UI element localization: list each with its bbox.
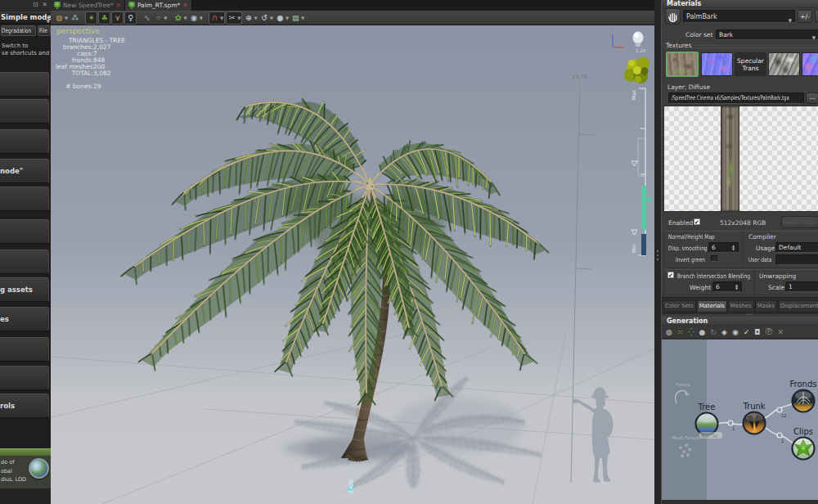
- simple-mode-dropdown[interactable]: Simple mode▼: [0, 11, 51, 24]
- branch-v-button[interactable]: ⋎: [111, 11, 124, 25]
- layers-button[interactable]: ▤▼: [290, 11, 305, 25]
- tab-degradation[interactable]: Degradation: [1, 25, 36, 36]
- node-fronds[interactable]: [793, 390, 815, 412]
- disp-smoothing-spinner[interactable]: 6 ▲▼: [708, 242, 739, 253]
- material-hand-button[interactable]: [665, 8, 681, 25]
- tree-wire-button[interactable]: ♀: [124, 11, 137, 25]
- scale-field[interactable]: 1: [785, 281, 818, 292]
- sidebar-group-bar[interactable]: [0, 99, 49, 124]
- texture-thumb-height[interactable]: [768, 52, 800, 76]
- leaf-star-button[interactable]: ✶: [85, 11, 97, 25]
- sidebar-group-bar[interactable]: g assets: [0, 277, 49, 302]
- spinner-arrows-icon[interactable]: ▲▼: [730, 245, 736, 252]
- float-icon[interactable]: ⊡: [33, 1, 39, 8]
- chevron-down-icon[interactable]: ▼: [183, 16, 187, 20]
- panel-tab-materials[interactable]: Materials: [697, 300, 727, 313]
- sidebar-bottom: [0, 488, 51, 504]
- material-extra-button[interactable]: [815, 10, 818, 23]
- gen-dots-green-icon[interactable]: ⁛: [688, 328, 694, 336]
- user-data-field[interactable]: [775, 254, 818, 265]
- panel-tab-displacements[interactable]: Displacements: [778, 300, 818, 313]
- sphere-button[interactable]: ●▼: [275, 11, 290, 25]
- color-set-select[interactable]: Bark ▼: [716, 29, 818, 40]
- browse-button[interactable]: ...: [806, 92, 818, 104]
- bib-checkbox[interactable]: ✔: [667, 272, 674, 278]
- generation-node-graph[interactable]: ForcesMesh Forces1122TreeTrunkFrondsClip…: [662, 340, 818, 500]
- panel-tab-meshes[interactable]: Meshes: [728, 300, 754, 313]
- gen-delete-icon[interactable]: ✕: [777, 328, 784, 336]
- gen-check-icon[interactable]: ✓: [744, 328, 750, 336]
- viewport-3d[interactable]: 23.79z1.20MaxMin: [51, 25, 654, 504]
- tab-close-icon[interactable]: ✕: [116, 2, 121, 9]
- close-icon[interactable]: ✕: [42, 1, 48, 8]
- chevron-down-icon[interactable]: ▼: [65, 16, 68, 20]
- mesh-forces-label: Mesh Forces: [672, 435, 699, 440]
- sidebar-group-bar[interactable]: [0, 250, 49, 274]
- material-select[interactable]: PalmBark ▼: [683, 10, 795, 23]
- panel-tab-color-sets[interactable]: Color Sets: [663, 300, 696, 313]
- sidebar-group-bar[interactable]: [0, 366, 49, 390]
- sidebar-group-bar[interactable]: [0, 72, 49, 97]
- sprout-button[interactable]: ✿▼: [173, 11, 187, 25]
- tab-file[interactable]: File: [38, 25, 51, 36]
- chevron-down-icon[interactable]: ▼: [220, 16, 223, 20]
- gen-pause-icon[interactable]: Ⓟ: [765, 326, 772, 337]
- orbit-up-button[interactable]: ⊕▼: [243, 11, 258, 25]
- panel-tab-masks[interactable]: Masks: [755, 300, 777, 313]
- invert-green-checkbox[interactable]: [711, 255, 717, 262]
- node-edit-button[interactable]: ⁂: [70, 11, 80, 25]
- chevron-down-icon[interactable]: ▼: [285, 16, 289, 20]
- sidebar-group-bar[interactable]: es: [0, 307, 49, 331]
- sidebar-group-bar[interactable]: rols: [0, 394, 49, 418]
- tab-close-icon[interactable]: ✕: [182, 2, 187, 9]
- gen-sphere-icon[interactable]: ◍: [666, 328, 672, 336]
- document-tab-2[interactable]: Palm_RT.spm*✕: [125, 0, 192, 11]
- weight-label: Weight: [690, 284, 711, 291]
- gen-poly-icon[interactable]: ◈: [721, 328, 727, 336]
- usage-select[interactable]: Default: [775, 242, 818, 253]
- sidebar-group-bar[interactable]: [0, 219, 49, 244]
- sidebar-group-bar[interactable]: [0, 187, 49, 211]
- rotate-button[interactable]: ↺▼: [259, 11, 274, 25]
- sapling-button[interactable]: ♣: [98, 11, 110, 25]
- eye-button[interactable]: ◉▼: [189, 11, 204, 25]
- gen-lock-icon[interactable]: ◘: [754, 328, 760, 336]
- weight-spinner[interactable]: 6 ▲▼: [712, 281, 742, 292]
- chevron-down-icon[interactable]: ▼: [254, 16, 257, 20]
- material-add-remove-button[interactable]: +/-: [798, 10, 812, 23]
- scissors-button[interactable]: ✂▼: [226, 11, 242, 25]
- texture-thumb-normal[interactable]: [701, 52, 733, 76]
- chevron-down-icon[interactable]: ▼: [164, 16, 167, 20]
- node-tree[interactable]: [696, 413, 718, 435]
- gen-grid-green-icon[interactable]: ⁙: [677, 328, 684, 336]
- gen-eye-icon[interactable]: ◉: [732, 328, 739, 336]
- chevron-down-icon[interactable]: ▼: [270, 16, 273, 20]
- node-trunk[interactable]: [744, 412, 766, 434]
- gen-ball-icon[interactable]: ●: [699, 328, 706, 336]
- magnet-button[interactable]: ∩▼: [209, 11, 225, 25]
- gen-rotate-icon[interactable]: ↻: [710, 328, 717, 336]
- wind-button[interactable]: ∿: [142, 11, 152, 25]
- generate-maps-button[interactable]: Generate Maps: [781, 216, 818, 228]
- sidebar-group-bar[interactable]: [0, 129, 49, 154]
- texture-thumb-diffuse[interactable]: [666, 52, 699, 77]
- splitter-grip-icon: [657, 250, 658, 252]
- document-tab-1[interactable]: New SpeedTree*✕: [51, 0, 125, 11]
- node-clips[interactable]: [793, 438, 815, 460]
- branch-v-icon: ⋎: [113, 12, 122, 24]
- texture-path-field[interactable]: /SpeedTree Cinema v6/Samples/Textures/Pa…: [668, 92, 804, 104]
- chevron-down-icon[interactable]: ▼: [237, 16, 240, 20]
- chevron-down-icon[interactable]: ▼: [200, 16, 203, 20]
- chevron-down-icon[interactable]: ▼: [301, 16, 304, 20]
- tab-label: Palm_RT.spm*: [137, 2, 180, 9]
- texture-thumb-specular[interactable]: Specular Trans: [735, 52, 766, 76]
- panel-splitter[interactable]: [654, 0, 661, 504]
- spinner-arrows-icon[interactable]: ▲▼: [734, 284, 739, 291]
- scatter-button[interactable]: ⁘▼: [153, 11, 168, 25]
- sidebar-group-bar[interactable]: [0, 337, 49, 362]
- texture-thumb-detail[interactable]: [802, 52, 818, 76]
- lod-min-label: Min: [631, 244, 636, 253]
- enabled-checkbox[interactable]: ✔: [694, 218, 700, 225]
- file-sphere-button[interactable]: ◍▼: [54, 11, 69, 25]
- sidebar-group-bar[interactable]: node": [0, 159, 49, 183]
